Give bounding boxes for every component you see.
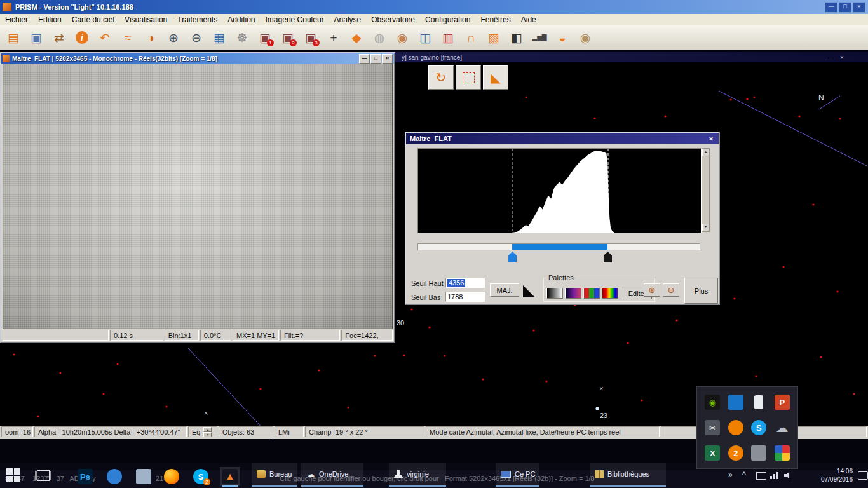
blue-ball-icon[interactable]: S — [751, 420, 766, 435]
gear-icon[interactable]: ☸ — [231, 27, 253, 48]
overflow-chevron[interactable]: » — [728, 470, 733, 479]
menu-analyse[interactable]: Analyse — [329, 15, 367, 25]
paint-p-icon[interactable]: P — [775, 395, 790, 410]
menu-imagerie-couleur[interactable]: Imagerie Couleur — [261, 15, 329, 25]
image-window[interactable]: Maitre_FLAT | 5202x3465 - Monochrome - R… — [0, 52, 395, 343]
select-region-button[interactable] — [456, 65, 481, 90]
taskbar-app-biblioth-ques[interactable]: Bibliothèques — [590, 463, 666, 487]
black-triangle-icon[interactable] — [523, 285, 535, 297]
network-icon[interactable] — [770, 471, 779, 479]
notification-icon[interactable] — [858, 471, 868, 480]
taskbar-app-virginie[interactable]: virginie — [389, 463, 446, 487]
orange-ball-icon[interactable] — [728, 420, 743, 435]
task-view-button[interactable] — [37, 470, 50, 481]
excel-icon[interactable]: X — [705, 445, 720, 461]
planet-icon[interactable]: ◉ — [574, 27, 596, 48]
mount-icon[interactable]: + — [323, 27, 344, 48]
device-icon[interactable]: ▥ — [437, 27, 459, 48]
scroll-up-icon[interactable]: ▲ — [702, 149, 709, 156]
palette-purple-button[interactable] — [565, 288, 581, 299]
sky-close-button[interactable]: × — [837, 54, 846, 61]
threshold-track[interactable] — [417, 243, 700, 250]
menu-addition[interactable]: Addition — [222, 15, 260, 25]
zoom-in-icon[interactable]: ⊕ — [163, 27, 184, 48]
histogram-zoom-out-button[interactable]: ⊖ — [663, 283, 679, 297]
camera-transfer-icon[interactable]: ⇄ — [48, 27, 70, 48]
menu-traitements[interactable]: Traitements — [172, 15, 222, 25]
seuil-bas-input[interactable]: 1788 — [445, 292, 485, 302]
image-minimize-button[interactable]: — — [359, 54, 370, 64]
dome-icon[interactable]: ◒ — [552, 27, 573, 48]
volume-icon[interactable] — [784, 471, 792, 479]
menu-aide[interactable]: Aide — [516, 15, 541, 25]
gray-monitor-icon[interactable] — [751, 445, 766, 461]
maj-button[interactable]: MAJ. — [490, 283, 519, 297]
menu-carte-du-ciel[interactable]: Carte du ciel — [67, 15, 119, 25]
palette-gray-button[interactable] — [546, 288, 563, 299]
graph-icon[interactable]: ∩ — [460, 27, 482, 48]
menu-observatoire[interactable]: Observatoire — [366, 15, 420, 25]
new-document-icon[interactable]: ▤ — [3, 27, 24, 48]
rotate-field-button[interactable]: ↻ — [428, 65, 454, 90]
image-window-titlebar[interactable]: Maitre_FLAT | 5202x3465 - Monochrome - R… — [1, 53, 394, 64]
camera2-icon[interactable]: ▣2 — [277, 27, 299, 48]
palette-rainbow-button[interactable] — [602, 288, 618, 299]
clock[interactable]: 14:06 07/09/2016 — [812, 467, 853, 484]
menu-fen-tres[interactable]: Fenêtres — [475, 15, 515, 25]
taskbar-save-app-icon[interactable] — [133, 467, 154, 486]
image-maximize-button[interactable]: □ — [370, 54, 381, 64]
histogram-icon[interactable]: ▂▅▇ — [529, 27, 550, 48]
dust-disc-icon[interactable]: ◉ — [391, 27, 413, 48]
dual-screen-icon[interactable]: ◫ — [414, 27, 436, 48]
taskbar-prism-taskbar-icon[interactable]: ▲ — [220, 467, 240, 486]
minimize-button[interactable]: — — [825, 2, 837, 13]
flame-icon[interactable]: ◆ — [346, 27, 367, 48]
eq-spinner[interactable]: ▲▼ — [203, 427, 212, 437]
taskbar-app-bureau[interactable]: Bureau — [252, 463, 297, 487]
start-button[interactable] — [6, 468, 20, 482]
pinwheel-icon[interactable] — [775, 445, 790, 461]
threshold-slider[interactable] — [417, 242, 700, 264]
menu-configuration[interactable]: Configuration — [420, 15, 475, 25]
flat-field-image[interactable] — [3, 64, 393, 329]
cube-icon[interactable]: ▧ — [483, 27, 505, 48]
mail-icon[interactable]: ✉ — [705, 420, 720, 435]
undo-arrow-icon[interactable]: ↶ — [94, 27, 116, 48]
histogram-dialog-titlebar[interactable]: Maitre_FLAT × — [406, 133, 719, 144]
maximize-button[interactable]: □ — [839, 2, 851, 13]
histogram-zoom-in-button[interactable]: ⊕ — [644, 283, 660, 297]
menu-edition[interactable]: Edition — [33, 15, 67, 25]
orange-2-icon[interactable]: 2 — [728, 445, 743, 461]
sky-status-seg-2[interactable]: Eq▲▼ — [188, 426, 217, 437]
screen-capture-icon[interactable]: ▦ — [208, 27, 230, 48]
dialog-close-button[interactable]: × — [707, 135, 715, 142]
palette-rgb-button[interactable] — [583, 288, 600, 299]
contrast-icon[interactable]: ◑ — [140, 27, 161, 48]
nvidia-icon[interactable]: ◉ — [705, 395, 720, 410]
info-icon[interactable]: i — [71, 27, 93, 48]
seuil-haut-input[interactable]: 4356 — [445, 278, 485, 288]
sky-minimize-button[interactable]: — — [826, 54, 835, 61]
blue-monitor-icon[interactable] — [728, 395, 743, 410]
high-threshold-handle[interactable] — [604, 252, 612, 262]
image-close-button[interactable]: × — [382, 54, 393, 64]
jar-icon[interactable] — [754, 395, 763, 409]
measure-angle-button[interactable]: ◣ — [483, 65, 508, 90]
scroll-track[interactable] — [702, 156, 709, 224]
prism-titlebar[interactable]: PRISM - Version "Light" 10.1.16.188 — □ … — [0, 0, 868, 14]
camera1-icon[interactable]: ▣1 — [254, 27, 276, 48]
plus-button[interactable]: Plus — [684, 278, 718, 304]
hidden-icons-button[interactable]: ^ — [742, 470, 746, 479]
zoom-out-icon[interactable]: ⊖ — [186, 27, 207, 48]
display-tray-icon[interactable] — [756, 472, 766, 480]
gray-cloud-icon[interactable]: ☁ — [775, 420, 790, 435]
menu-visualisation[interactable]: Visualisation — [119, 15, 172, 25]
taskbar-firefox-icon[interactable] — [161, 467, 182, 486]
menu-fichier[interactable]: Fichier — [0, 15, 33, 25]
bw-split-icon[interactable]: ◧ — [506, 27, 527, 48]
taskbar-app-ce-pc[interactable]: Ce PC — [496, 463, 539, 487]
taskbar-blue-app-icon[interactable] — [104, 467, 125, 486]
histogram-scrollbar[interactable]: ▲ ▼ — [702, 148, 710, 232]
save-icon[interactable]: ▣ — [25, 27, 47, 48]
taskbar-skype-icon[interactable]: S2 — [191, 467, 211, 486]
